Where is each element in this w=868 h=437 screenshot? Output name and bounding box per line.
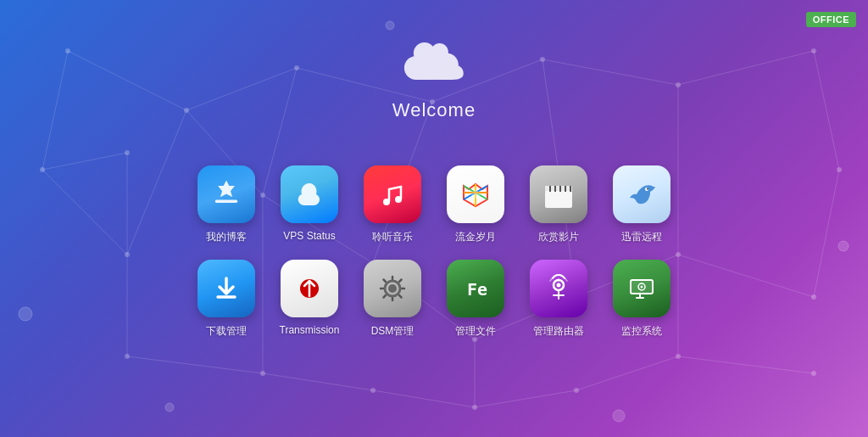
app-item-filemanager[interactable]: Fe 管理文件 [442,260,509,339]
svg-line-27 [576,356,678,390]
app-label-bird: 迅雷远程 [621,230,662,244]
svg-point-51 [260,371,265,376]
svg-line-25 [373,390,475,407]
app-label-appstore: 我的博客 [206,230,247,244]
app-label-monitor: 监控系统 [621,324,662,339]
app-item-monitor[interactable]: 监控系统 [608,260,676,339]
svg-point-63 [383,199,390,205]
app-item-appstore[interactable]: 我的博客 [192,165,260,244]
svg-point-46 [676,252,681,257]
app-label-filemanager: 管理文件 [455,324,496,339]
svg-line-18 [678,255,814,297]
svg-point-59 [165,403,174,412]
svg-point-47 [811,294,816,300]
svg-line-20 [814,51,839,170]
app-icon-photos [447,165,504,223]
svg-point-58 [838,241,849,251]
svg-line-5 [678,51,814,85]
svg-point-49 [125,150,130,155]
app-icon-monitor [613,260,670,317]
svg-point-39 [811,48,816,53]
svg-point-48 [837,167,842,172]
svg-point-81 [558,279,560,282]
app-label-router: 管理路由器 [533,324,584,339]
app-icon-download [198,260,255,317]
svg-point-76 [388,284,397,293]
app-icon-bird [613,165,670,223]
svg-point-38 [676,82,681,87]
app-icon-vps [281,165,338,223]
svg-point-37 [540,57,545,62]
svg-point-64 [395,196,402,203]
app-icon-clapper [530,165,587,223]
svg-point-74 [647,188,648,190]
svg-line-8 [127,110,186,255]
app-label-vps: VPS Status [283,230,335,242]
app-item-transmission[interactable]: Transmission [275,260,343,339]
app-item-router[interactable]: 管理路由器 [525,260,593,339]
app-label-music: 聆听音乐 [372,230,413,244]
welcome-text: Welcome [392,99,476,121]
svg-point-52 [370,388,376,393]
svg-line-21 [42,153,127,170]
svg-point-57 [19,307,32,321]
svg-point-65 [471,190,480,199]
app-icon-transmission [281,260,338,317]
svg-point-53 [472,405,477,410]
app-item-music[interactable]: 聆听音乐 [359,165,426,244]
app-item-settings[interactable]: DSM管理 [359,260,426,339]
svg-rect-71 [565,186,566,192]
app-icon-appstore [198,165,255,223]
app-label-photos: 流金岁月 [455,230,496,244]
svg-line-6 [42,51,68,170]
app-label-download: 下载管理 [206,324,247,339]
svg-point-55 [676,354,681,359]
cloud-icon [404,41,464,94]
app-icon-filemanager: Fe [447,260,504,317]
apps-row-1: 我的博客 VPS Status 聆听音乐 流金岁月 [192,165,676,244]
svg-point-85 [641,286,643,289]
app-item-vps[interactable]: VPS Status [275,165,343,244]
welcome-section: Welcome [392,41,476,121]
svg-rect-62 [215,200,237,203]
svg-point-50 [125,354,130,359]
svg-point-41 [125,252,130,257]
svg-point-56 [811,371,816,376]
svg-line-1 [186,68,297,110]
svg-rect-69 [554,186,556,192]
svg-rect-68 [549,186,551,192]
app-item-download[interactable]: 下载管理 [192,260,260,339]
app-icon-settings [364,260,421,317]
app-label-transmission: Transmission [280,324,340,336]
svg-point-61 [386,21,394,30]
svg-point-33 [65,48,70,53]
svg-line-0 [68,51,186,110]
svg-point-60 [613,410,625,422]
svg-point-80 [557,283,561,288]
svg-line-26 [475,390,576,407]
svg-text:Fe: Fe [467,279,487,300]
svg-rect-67 [545,186,572,192]
svg-line-24 [263,373,373,390]
svg-line-7 [42,170,127,255]
svg-line-19 [814,170,839,297]
app-label-clapper: 欣赏影片 [538,230,579,244]
app-icon-router [530,260,587,317]
office-badge: OFFICE [806,12,856,27]
svg-point-35 [294,65,299,70]
svg-rect-72 [570,186,571,192]
app-icon-music [364,165,421,223]
svg-rect-70 [559,186,561,192]
svg-point-40 [40,167,45,172]
apps-container: 我的博客 VPS Status 聆听音乐 流金岁月 [192,165,676,339]
svg-point-34 [184,108,189,113]
app-label-settings: DSM管理 [371,324,415,339]
svg-point-54 [574,388,579,393]
app-item-clapper[interactable]: 欣赏影片 [525,165,593,244]
svg-line-28 [678,356,814,373]
svg-rect-66 [545,191,572,208]
apps-row-2: 下载管理 Transmission DSM管理 Fe 管理文件 管理路由器 [192,260,676,339]
app-item-bird[interactable]: 迅雷远程 [608,165,676,244]
app-item-photos[interactable]: 流金岁月 [442,165,509,244]
svg-line-23 [127,356,263,373]
